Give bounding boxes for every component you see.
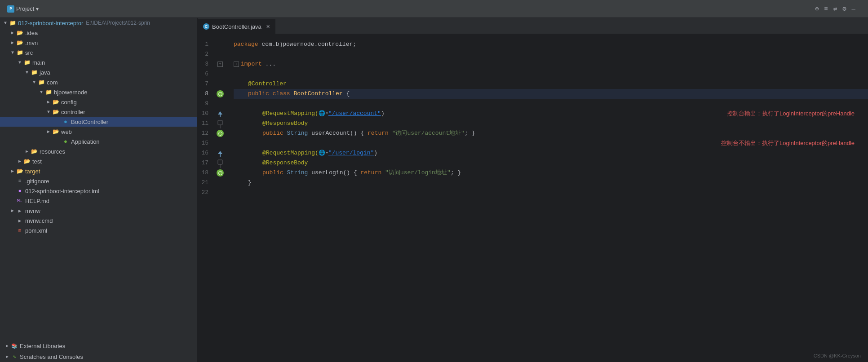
line-16: 16 xyxy=(198,148,214,158)
tree-item-com[interactable]: 📁 com xyxy=(0,77,197,87)
tree-item-iml[interactable]: ■ 012-sprinboot-interceptor.iml xyxy=(0,186,197,196)
tree-item-bjpowernode[interactable]: 📁 bjpowernode xyxy=(0,87,197,97)
scratch-arrow[interactable] xyxy=(4,353,11,360)
idea-label: .idea xyxy=(25,30,38,36)
title-bar-icons: ⊕ ≡ ⇄ ⚙ — xyxy=(815,5,855,13)
extlib-label: External Libraries xyxy=(20,343,65,349)
tree-item-test[interactable]: 📂 test xyxy=(0,156,197,166)
code-line-15: 控制台不输出：执行了LoginInterceptor的preHandle xyxy=(234,138,868,148)
idea-arrow[interactable] xyxy=(9,29,16,36)
java-label: java xyxy=(40,69,50,76)
dropdown-arrow[interactable]: ▾ xyxy=(36,6,39,12)
web-arrow[interactable] xyxy=(45,128,52,135)
spring-gutter-12[interactable] xyxy=(217,130,224,137)
spring-gutter-8[interactable] xyxy=(217,90,224,97)
watermark: CSDN @KK-Greyson xyxy=(814,353,861,358)
tree-item-config[interactable]: 📂 config xyxy=(0,97,197,107)
target-arrow[interactable] xyxy=(9,168,16,175)
tree-item-pomxml[interactable]: m pom.xml xyxy=(0,225,197,235)
gutter-18[interactable] xyxy=(214,168,226,178)
minimize-icon[interactable]: — xyxy=(852,5,855,13)
config-arrow[interactable] xyxy=(45,98,52,106)
mvnw-arrow[interactable] xyxy=(9,207,16,214)
controller-arrow[interactable] xyxy=(45,108,52,115)
tree-item-gitignore[interactable]: ≡ .gitignore xyxy=(0,176,197,186)
tree-item-src[interactable]: 📁 src xyxy=(0,48,197,57)
gutter-10 xyxy=(214,109,226,119)
project-button[interactable]: P Project ▾ xyxy=(4,4,42,13)
mvnwcmd-label: mvnw.cmd xyxy=(25,217,53,224)
tree-item-java[interactable]: 📁 java xyxy=(0,67,197,77)
pomxml-label: pom.xml xyxy=(25,227,47,234)
tree-item-mvnwcmd[interactable]: ▶ mvnw.cmd xyxy=(0,216,197,225)
svg-rect-6 xyxy=(218,160,222,164)
tree-item-web[interactable]: 📂 web xyxy=(0,127,197,137)
tree-root[interactable]: 📁 012-sprinboot-interceptor E:\IDEA\Proj… xyxy=(0,18,197,28)
tree-item-helpmd[interactable]: M↓ HELP.md xyxy=(0,196,197,206)
root-label: 012-sprinboot-interceptor xyxy=(18,20,83,26)
line-18: 18 xyxy=(198,168,214,178)
gutter-17 xyxy=(214,158,226,168)
mvnw-icon: ▶ xyxy=(16,207,23,214)
tab-bootcontroller[interactable]: BootController.java ✕ xyxy=(198,19,276,34)
test-folder-icon: 📂 xyxy=(23,158,31,165)
tree-item-bootcontroller[interactable]: ● BootController xyxy=(0,117,197,127)
line-7: 7 xyxy=(198,79,214,89)
target-label: target xyxy=(25,168,40,175)
gutter-3: + xyxy=(214,59,226,69)
code-line-8: public class BootController { xyxy=(234,89,868,99)
tree-item-main[interactable]: 📁 main xyxy=(0,57,197,67)
svg-marker-4 xyxy=(218,151,222,154)
external-libraries[interactable]: 📚 External Libraries xyxy=(0,340,197,351)
main-folder-icon: 📁 xyxy=(23,59,31,66)
tab-bar: BootController.java ✕ xyxy=(198,18,868,34)
resources-arrow[interactable] xyxy=(23,148,31,155)
test-label: test xyxy=(32,158,42,165)
editor-container: BootController.java ✕ 1 2 3 6 7 8 9 10 1… xyxy=(198,18,868,362)
java-arrow[interactable] xyxy=(23,69,31,76)
root-arrow[interactable] xyxy=(2,19,9,26)
code-line-9 xyxy=(234,99,868,109)
arrow-down-gutter-16 xyxy=(217,148,224,158)
src-arrow[interactable] xyxy=(9,49,16,56)
list-icon[interactable]: ≡ xyxy=(824,5,828,13)
tree-item-resources[interactable]: 📂 resources xyxy=(0,146,197,156)
tree-item-application[interactable]: ● Application xyxy=(0,137,197,146)
sidebar-bottom: 📚 External Libraries ✎ Scratches and Con… xyxy=(0,340,197,362)
bjpowernode-arrow[interactable] xyxy=(38,88,45,96)
line-numbers: 1 2 3 6 7 8 9 10 11 12 15 16 17 18 21 22 xyxy=(198,34,214,362)
line-22: 22 xyxy=(198,188,214,198)
tab-close-button[interactable]: ✕ xyxy=(266,24,270,30)
main-arrow[interactable] xyxy=(16,59,23,66)
gutter-12[interactable] xyxy=(214,128,226,138)
code-line-6 xyxy=(234,69,868,79)
extlib-arrow[interactable] xyxy=(4,342,11,349)
tree-item-target[interactable]: 📂 target xyxy=(0,166,197,176)
fold-marker-3[interactable]: + xyxy=(234,62,239,67)
globe-icon[interactable]: ⊕ xyxy=(815,5,819,13)
gutter-21 xyxy=(214,178,226,188)
test-arrow[interactable] xyxy=(16,158,23,165)
tree-item-mvn[interactable]: 📂 .mvn xyxy=(0,38,197,48)
arrow-down-gutter-10 xyxy=(217,109,224,119)
tree-item-idea[interactable]: 📂 .idea xyxy=(0,28,197,38)
tree-item-controller[interactable]: 📂 controller xyxy=(0,107,197,117)
editor[interactable]: 1 2 3 6 7 8 9 10 11 12 15 16 17 18 21 22 xyxy=(198,34,868,362)
svg-rect-1 xyxy=(220,115,221,117)
gutter-8[interactable] xyxy=(214,89,226,99)
swap-icon[interactable]: ⇄ xyxy=(833,5,837,13)
spring-gutter-18[interactable] xyxy=(217,169,224,177)
fold-gutter-17 xyxy=(217,158,224,168)
sidebar: 📁 012-sprinboot-interceptor E:\IDEA\Proj… xyxy=(0,18,198,362)
gutter-22 xyxy=(214,188,226,198)
scratches-label: Scratches and Consoles xyxy=(20,353,83,360)
title-bar: P Project ▾ ⊕ ≡ ⇄ ⚙ — xyxy=(0,0,868,18)
tree-item-mvnw[interactable]: ▶ mvnw xyxy=(0,206,197,216)
mvn-arrow[interactable] xyxy=(9,39,16,46)
scratches-consoles[interactable]: ✎ Scratches and Consoles xyxy=(0,351,197,362)
code-line-10: @RequestMapping( 🌐 ▾ "/user/account" ) 控… xyxy=(234,109,868,119)
settings-icon[interactable]: ⚙ xyxy=(842,5,846,13)
line-12: 12 xyxy=(198,128,214,138)
fold-icon-3[interactable]: + xyxy=(217,62,223,67)
com-arrow[interactable] xyxy=(31,79,38,86)
